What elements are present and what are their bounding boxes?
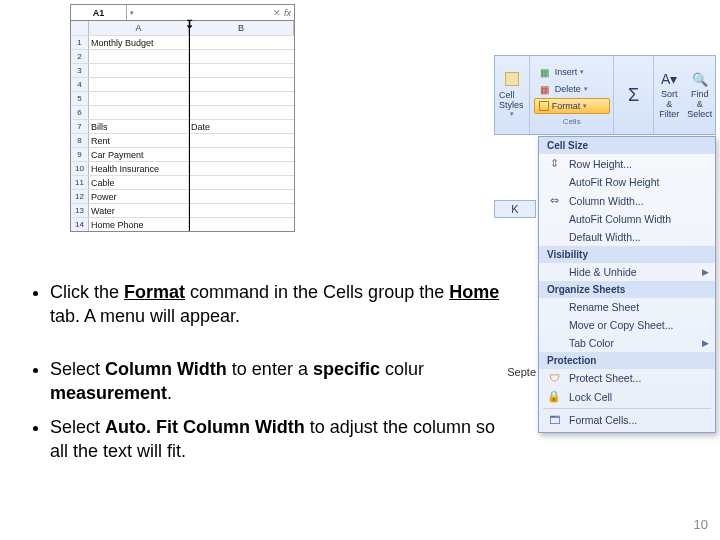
cell[interactable]: Cable <box>89 176 189 189</box>
row-number[interactable]: 13 <box>71 204 89 217</box>
autosum-button[interactable]: Σ <box>614 56 654 134</box>
cell[interactable]: Home Phone <box>89 218 189 231</box>
menu-separator <box>543 408 711 409</box>
menu-protect-sheet[interactable]: 🛡 Protect Sheet... <box>539 369 715 387</box>
sheet-row: 7BillsDate <box>71 119 294 133</box>
row-number[interactable]: 9 <box>71 148 89 161</box>
menu-lock-cell[interactable]: 🔒 Lock Cell <box>539 387 715 406</box>
insert-button[interactable]: ▦ Insert▾ <box>534 64 610 80</box>
sort-icon: A▾ <box>661 71 677 87</box>
sheet-row: 9Car Payment <box>71 147 294 161</box>
cell[interactable] <box>189 176 294 189</box>
row-number[interactable]: 10 <box>71 162 89 175</box>
cell[interactable] <box>189 106 294 119</box>
cell[interactable]: Date <box>189 120 294 133</box>
cell[interactable] <box>89 50 189 63</box>
cell[interactable] <box>89 64 189 77</box>
menu-hide-unhide[interactable]: Hide & Unhide ▶ <box>539 263 715 281</box>
submenu-arrow-icon: ▶ <box>702 338 709 348</box>
formula-bar[interactable]: ▾ ✕ fx <box>127 5 294 20</box>
bullet-1: Click the Format command in the Cells gr… <box>50 280 508 329</box>
menu-section-visibility: Visibility <box>539 246 715 263</box>
find-icon: 🔍 <box>692 72 708 87</box>
sheet-row: 13Water <box>71 203 294 217</box>
cell[interactable] <box>189 92 294 105</box>
row-number[interactable]: 1 <box>71 36 89 49</box>
partial-cell-text: Septe <box>507 366 536 378</box>
sheet-row: 12Power <box>71 189 294 203</box>
format-button[interactable]: Format▾ <box>534 98 610 114</box>
sheet-row: 14Home Phone <box>71 217 294 231</box>
cell[interactable]: Power <box>89 190 189 203</box>
column-header-a[interactable]: A <box>89 21 189 35</box>
column-headers: A B ↧ <box>71 21 294 35</box>
menu-column-width[interactable]: ⇔ Column Width... <box>539 191 715 210</box>
fx-icon[interactable]: fx <box>284 8 291 18</box>
menu-move-copy-sheet[interactable]: Move or Copy Sheet... <box>539 316 715 334</box>
row-number[interactable]: 12 <box>71 190 89 203</box>
cell[interactable] <box>189 218 294 231</box>
lock-icon: 🔒 <box>545 390 563 403</box>
cell[interactable] <box>189 190 294 203</box>
cell[interactable] <box>189 64 294 77</box>
column-header-b[interactable]: B <box>189 21 294 35</box>
row-number[interactable]: 2 <box>71 50 89 63</box>
menu-section-cell-size: Cell Size <box>539 137 715 154</box>
delete-button[interactable]: ▦ Delete▾ <box>534 81 610 97</box>
menu-row-height[interactable]: ⇕ Row Height... <box>539 154 715 173</box>
cell[interactable] <box>189 134 294 147</box>
cell[interactable]: Rent <box>89 134 189 147</box>
menu-section-organize-sheets: Organize Sheets <box>539 281 715 298</box>
cell[interactable] <box>189 78 294 91</box>
row-height-icon: ⇕ <box>545 157 563 170</box>
row-number[interactable]: 8 <box>71 134 89 147</box>
chevron-down-icon: ▾ <box>584 85 588 93</box>
name-box[interactable]: A1 <box>71 5 127 20</box>
select-all-box[interactable] <box>71 21 89 35</box>
cancel-icon[interactable]: ✕ <box>273 8 281 18</box>
format-cells-icon: 🗔 <box>545 414 563 426</box>
column-header-k[interactable]: K <box>494 200 536 218</box>
row-number[interactable]: 7 <box>71 120 89 133</box>
chevron-down-icon: ▾ <box>510 110 514 118</box>
cell[interactable] <box>189 162 294 175</box>
cell-styles-icon <box>505 72 519 86</box>
cell-styles-button[interactable]: Cell Styles ▾ <box>495 56 530 134</box>
find-select-button[interactable]: 🔍 Find & Select <box>684 56 715 134</box>
instruction-text: Click the Format command in the Cells gr… <box>28 280 508 474</box>
menu-rename-sheet[interactable]: Rename Sheet <box>539 298 715 316</box>
cell[interactable]: Monthly Budget <box>89 36 189 49</box>
cell[interactable] <box>89 106 189 119</box>
menu-format-cells[interactable]: 🗔 Format Cells... <box>539 411 715 429</box>
cell[interactable] <box>189 148 294 161</box>
row-number[interactable]: 14 <box>71 218 89 231</box>
row-number[interactable]: 4 <box>71 78 89 91</box>
cell[interactable]: Water <box>89 204 189 217</box>
sheet-row: 6 <box>71 105 294 119</box>
row-number[interactable]: 6 <box>71 106 89 119</box>
chevron-down-icon: ▾ <box>580 68 584 76</box>
menu-autofit-column-width[interactable]: AutoFit Column Width <box>539 210 715 228</box>
cell[interactable]: Health Insurance <box>89 162 189 175</box>
cell[interactable] <box>189 36 294 49</box>
sort-filter-button[interactable]: A▾ Sort & Filter <box>654 56 685 134</box>
cell[interactable] <box>89 92 189 105</box>
sheet-row: 4 <box>71 77 294 91</box>
menu-default-width[interactable]: Default Width... <box>539 228 715 246</box>
cell[interactable] <box>189 50 294 63</box>
row-number[interactable]: 11 <box>71 176 89 189</box>
submenu-arrow-icon: ▶ <box>702 267 709 277</box>
menu-autofit-row-height[interactable]: AutoFit Row Height <box>539 173 715 191</box>
cell[interactable]: Bills <box>89 120 189 133</box>
row-number[interactable]: 3 <box>71 64 89 77</box>
ribbon-cells-group: Cell Styles ▾ ▦ Insert▾ ▦ Delete▾ Format… <box>494 55 716 135</box>
cell[interactable] <box>189 204 294 217</box>
row-number[interactable]: 5 <box>71 92 89 105</box>
menu-tab-color[interactable]: Tab Color ▶ <box>539 334 715 352</box>
sheet-row: 2 <box>71 49 294 63</box>
cell[interactable] <box>89 78 189 91</box>
cell[interactable]: Car Payment <box>89 148 189 161</box>
sheet-row: 1Monthly Budget <box>71 35 294 49</box>
sheet-row: 10Health Insurance <box>71 161 294 175</box>
cells-group-label: Cells <box>563 117 581 126</box>
